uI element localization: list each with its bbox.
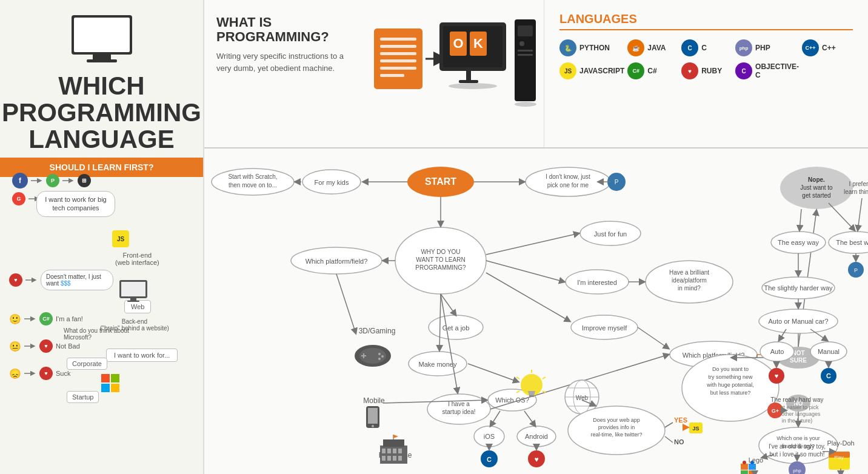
svg-rect-1 [74, 18, 130, 52]
svg-text:Which one is your: Which one is your [776, 435, 820, 441]
languages-grid: 🐍 PYTHON ☕ JAVA C C php PHP [559, 39, 853, 79]
svg-rect-38 [518, 50, 533, 52]
left-banner: WHICH PROGRAMMING LANGUAGE SHOULD I LEAR… [0, 0, 203, 474]
lang-cpp: C++ C++ [802, 39, 853, 56]
svg-line-123 [486, 233, 579, 255]
svg-rect-182 [749, 464, 756, 470]
svg-text:I'm interested: I'm interested [577, 279, 617, 286]
frontend-label: Front-end(web interface) [115, 252, 159, 266]
ruby-badge: ♥ [681, 62, 698, 79]
banner-title: WHICH PROGRAMMING LANGUAGE [0, 73, 210, 153]
svg-text:in mind?: in mind? [678, 285, 701, 292]
doesnt-matter-label: Doesn't matter, I just want $$$ [41, 270, 113, 290]
work-for-label: I want to work for... [106, 349, 178, 362]
lang-java: ☕ JAVA [627, 39, 678, 56]
svg-text:Improve myself: Improve myself [582, 324, 628, 332]
svg-point-163 [682, 355, 779, 421]
svg-text:For my kids: For my kids [315, 179, 349, 186]
lang-c: C C [681, 39, 732, 56]
svg-rect-84 [383, 439, 404, 447]
svg-text:try something new: try something new [708, 374, 753, 380]
svg-point-151 [568, 406, 665, 455]
svg-text:real-time, like twitter?: real-time, like twitter? [590, 432, 642, 438]
svg-rect-73 [361, 355, 366, 356]
google-icon: G [12, 192, 25, 205]
svg-text:P: P [854, 267, 858, 273]
svg-text:Just for fun: Just for fun [594, 230, 627, 238]
lang-csharp: C# C# [627, 62, 678, 79]
svg-text:Mobile: Mobile [363, 396, 385, 405]
notbad-row: 😐 ♥ Not Bad [9, 339, 80, 353]
svg-text:Manual: Manual [818, 348, 840, 355]
svg-rect-83 [380, 446, 407, 464]
svg-rect-80 [368, 408, 378, 424]
svg-rect-23 [380, 59, 416, 62]
svg-point-37 [519, 41, 524, 46]
svg-rect-18 [111, 384, 119, 392]
suck-row: 😞 ♥ Suck [9, 367, 70, 380]
svg-text:idea/platform: idea/platform [672, 277, 707, 284]
ruby-icon2: ♥ [39, 339, 53, 353]
svg-text:JS: JS [692, 426, 699, 432]
svg-point-41 [449, 83, 497, 89]
web-monitor [118, 279, 149, 305]
svg-text:Just want to: Just want to [800, 184, 833, 191]
lang-ruby: ♥ RUBY [681, 62, 732, 79]
what-is-programming: WHAT IS PROGRAMMING? Writing very specif… [204, 0, 362, 147]
svg-text:with huge potential,: with huge potential, [706, 382, 754, 388]
svg-text:Auto: Auto [770, 348, 784, 355]
svg-rect-17 [101, 384, 110, 392]
svg-text:I prefer to: I prefer to [849, 181, 868, 187]
fan-label: I'm a fan! [56, 315, 83, 322]
svg-rect-184 [749, 470, 756, 474]
svg-point-81 [372, 425, 374, 427]
svg-marker-94 [393, 435, 398, 438]
left-panel-content: f P ⊞ G P C 🍎 I want to work for big tec… [6, 173, 197, 209]
svg-text:I've an old & ugly toy,: I've an old & ugly toy, [769, 443, 826, 450]
computer-svg: O K [368, 10, 538, 138]
svg-rect-25 [380, 74, 404, 77]
svg-rect-39 [518, 54, 533, 56]
c-badge: C [681, 39, 698, 56]
csharp-icon: C# [39, 312, 53, 325]
programming-description: Writing very specific instructions to a … [216, 50, 350, 74]
fan-row: 🙂 C# I'm a fan! [9, 312, 83, 325]
svg-text:K: K [473, 36, 483, 51]
svg-line-67 [439, 294, 441, 350]
lang-python: 🐍 PYTHON [559, 39, 624, 56]
svg-text:pick one for me: pick one for me [547, 182, 589, 189]
svg-rect-24 [380, 67, 416, 70]
svg-line-124 [486, 261, 564, 282]
java-badge: ☕ [627, 39, 644, 56]
svg-text:P: P [615, 179, 619, 185]
svg-line-144 [468, 364, 518, 382]
svg-text:Does your web app: Does your web app [593, 417, 640, 423]
php-badge: php [735, 39, 752, 56]
svg-text:♥: ♥ [775, 372, 779, 379]
svg-text:Start with Scratch,: Start with Scratch, [228, 173, 277, 180]
svg-rect-2 [93, 55, 111, 59]
svg-text:Android: Android [525, 433, 548, 440]
svg-point-75 [381, 355, 384, 358]
arrow-right2 [62, 177, 75, 184]
svg-rect-33 [466, 71, 471, 80]
svg-text:START: START [425, 176, 456, 187]
svg-text:Do you want to: Do you want to [712, 366, 749, 372]
svg-line-103 [524, 411, 535, 426]
svg-text:The best way: The best way [836, 239, 868, 246]
svg-text:Auto or Manual car?: Auto or Manual car? [768, 318, 828, 325]
windows-logo [100, 373, 121, 396]
microsoft-question: What do you think about Microsoft? [64, 327, 136, 341]
svg-text:♥: ♥ [534, 455, 538, 464]
svg-rect-22 [380, 52, 416, 55]
programming-heading: WHAT IS PROGRAMMING? [216, 15, 350, 44]
svg-rect-9 [130, 298, 136, 301]
svg-point-74 [378, 353, 381, 355]
languages-heading: LANGUAGES [559, 12, 853, 30]
svg-line-133 [638, 327, 669, 349]
svg-rect-89 [382, 456, 386, 461]
svg-text:The easy way: The easy way [778, 239, 819, 246]
svg-text:YES: YES [674, 416, 687, 424]
svg-line-141 [542, 391, 546, 393]
lang-objc: C OBJECTIVE-C [735, 62, 799, 79]
